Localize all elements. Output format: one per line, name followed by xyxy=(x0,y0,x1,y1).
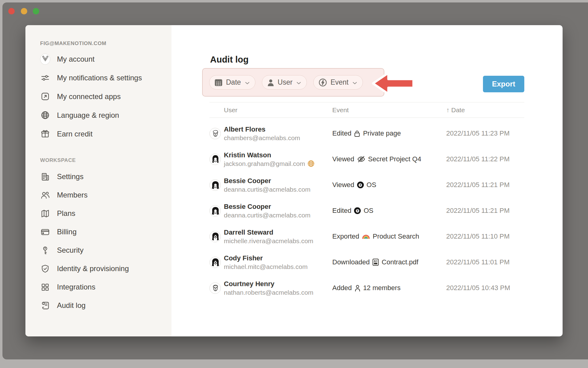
sidebar-item-security[interactable]: Security xyxy=(25,241,172,259)
event-date: 2022/11/05 11:21 PM xyxy=(446,207,524,215)
event-filter-button[interactable]: Event xyxy=(313,75,363,90)
table-row: Cody Fisher michael.mitc@acmelabs.com Do… xyxy=(209,249,524,275)
user-name: Albert Flores xyxy=(224,125,266,133)
sidebar-item-connected-apps[interactable]: My connected apps xyxy=(25,87,172,106)
event-cell: Edited 8 OS xyxy=(332,207,446,215)
sidebar-item-notifications-settings[interactable]: My notifications & settings xyxy=(25,68,172,87)
event-date: 2022/11/05 11:22 PM xyxy=(446,155,524,163)
sliders-icon xyxy=(40,73,50,83)
sidebar-item-audit-log[interactable]: Audit log xyxy=(25,296,172,315)
user-name: Darrell Steward xyxy=(224,228,273,236)
sidebar-item-label: Language & region xyxy=(57,111,119,120)
event-date: 2022/11/05 11:01 PM xyxy=(446,258,524,266)
user-filter-label: User xyxy=(278,78,293,86)
table-row: Darrell Steward michelle.rivera@acmelabs… xyxy=(209,224,524,249)
event-cell: Added 12 members xyxy=(332,284,446,292)
table-row: Albert Flores chambers@acmelabs.com Edit… xyxy=(209,121,524,146)
audit-log-table: User Event ↑ Date Albert Flores chambers… xyxy=(209,102,524,301)
avatar xyxy=(209,231,221,242)
sidebar-item-members[interactable]: Members xyxy=(25,186,172,204)
person-add-icon xyxy=(355,285,360,292)
user-name: Kristin Watson xyxy=(224,151,271,159)
column-header-date-sort[interactable]: ↑ Date xyxy=(446,106,524,114)
sort-ascending-icon: ↑ xyxy=(446,106,450,114)
event-date: 2022/11/05 11:10 PM xyxy=(446,232,524,240)
minimize-button[interactable] xyxy=(21,8,27,14)
user-filter-button[interactable]: User xyxy=(262,75,307,90)
sidebar-item-label: Audit log xyxy=(57,301,85,310)
workspace-nav: Settings Members Plans Billing xyxy=(25,167,172,315)
page-title: Audit log xyxy=(210,55,249,65)
fullscreen-button[interactable] xyxy=(33,8,39,14)
event-action: Viewed xyxy=(332,181,354,189)
map-icon xyxy=(40,209,50,219)
credit-card-icon xyxy=(40,227,50,237)
user-email: deanna.curtis@acmelabs.com xyxy=(224,185,311,194)
gift-icon xyxy=(40,129,50,139)
chevron-down-icon xyxy=(245,78,250,86)
sidebar-item-language-region[interactable]: Language & region xyxy=(25,106,172,125)
grid-icon xyxy=(40,282,50,292)
lightning-icon xyxy=(318,78,327,87)
avatar xyxy=(209,282,221,294)
avatar xyxy=(209,257,221,268)
user-email: michael.mitc@acmelabs.com xyxy=(224,263,307,271)
account-email-header: FIG@MAKENOTION.COM xyxy=(40,40,106,47)
document-icon xyxy=(372,259,379,266)
sidebar-item-label: Plans xyxy=(57,209,75,218)
user-name: Bessie Cooper xyxy=(224,177,271,185)
annotation-arrow-icon xyxy=(371,69,417,99)
event-action: Downloaded xyxy=(332,258,370,266)
sidebar-item-label: Earn credit xyxy=(57,130,92,138)
table-body: Albert Flores chambers@acmelabs.com Edit… xyxy=(209,121,524,301)
event-object: Contract.pdf xyxy=(382,258,418,266)
account-nav: My account My notifications & settings M… xyxy=(25,50,172,143)
event-object: OS xyxy=(367,181,376,189)
event-action: Exported xyxy=(332,232,359,240)
table-row: Courtney Henry nathan.roberts@acmelabs.c… xyxy=(209,275,524,301)
sidebar-item-earn-credit[interactable]: Earn credit xyxy=(25,125,172,143)
user-email: chambers@acmelabs.com xyxy=(224,134,300,142)
event-object: 12 members xyxy=(363,284,401,292)
user-name: Cody Fisher xyxy=(224,254,263,262)
eight-ball-icon: 8 xyxy=(357,182,364,188)
sidebar-item-my-account[interactable]: My account xyxy=(25,50,172,68)
event-object: Product Search xyxy=(373,232,419,240)
event-object: OS xyxy=(364,207,373,215)
event-action: Added xyxy=(332,284,352,292)
sidebar-item-billing[interactable]: Billing xyxy=(25,223,172,241)
chevron-down-icon xyxy=(352,78,357,86)
user-name: Courtney Henry xyxy=(224,280,274,288)
sidebar-item-label: My notifications & settings xyxy=(57,74,142,82)
person-icon xyxy=(267,79,274,86)
sidebar-item-plans[interactable]: Plans xyxy=(25,204,172,223)
chevron-down-icon xyxy=(296,78,301,86)
sidebar-item-label: Security xyxy=(57,246,84,255)
eye-off-icon xyxy=(357,155,365,163)
sidebar-item-integrations[interactable]: Integrations xyxy=(25,278,172,296)
table-row: Kristin Watson jackson.graham@gmail.com … xyxy=(209,146,524,172)
rainbow-icon xyxy=(362,234,370,239)
event-cell: Viewed Secret Project Q4 xyxy=(332,155,446,163)
sidebar-item-settings[interactable]: Settings xyxy=(25,167,172,186)
avatar xyxy=(209,154,221,165)
table-row: Bessie Cooper deanna.curtis@acmelabs.com… xyxy=(209,172,524,198)
shield-check-icon xyxy=(40,264,50,274)
sidebar-item-identity-provisioning[interactable]: Identity & provisioning xyxy=(25,259,172,278)
sidebar: FIG@MAKENOTION.COM My account My notific… xyxy=(25,25,172,336)
close-button[interactable] xyxy=(8,8,15,14)
workspace-section-header: WORKSPACE xyxy=(40,157,76,163)
calendar-icon xyxy=(214,79,223,86)
globe-icon xyxy=(40,110,50,120)
sidebar-item-label: Integrations xyxy=(57,283,95,291)
column-header-user: User xyxy=(209,106,332,114)
event-action: Viewed xyxy=(332,155,354,163)
main-content: Audit log Date User Event xyxy=(172,25,563,336)
event-object: Secret Project Q4 xyxy=(368,155,421,163)
avatar xyxy=(209,179,221,191)
table-row: Bessie Cooper deanna.curtis@acmelabs.com… xyxy=(209,198,524,224)
date-filter-button[interactable]: Date xyxy=(209,75,255,90)
user-email: michelle.rivera@acmelabs.com xyxy=(224,237,313,245)
sidebar-item-label: My account xyxy=(57,55,95,63)
export-button[interactable]: Export xyxy=(483,76,524,92)
